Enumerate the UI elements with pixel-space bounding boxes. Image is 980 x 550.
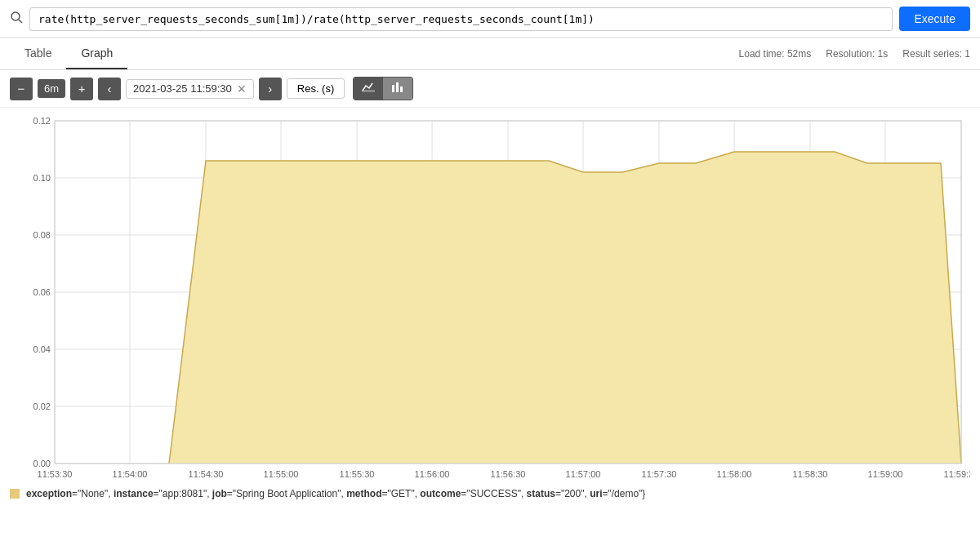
svg-text:0.00: 0.00 (33, 459, 51, 468)
svg-rect-4 (396, 82, 399, 92)
svg-text:11:57:00: 11:57:00 (566, 469, 601, 479)
chart-svg: 0.12 0.10 0.08 0.06 0.04 0.02 0.00 11:53… (10, 113, 970, 480)
resolution-button[interactable]: Res. (s) (287, 78, 345, 99)
svg-text:0.12: 0.12 (33, 116, 51, 126)
svg-text:11:58:30: 11:58:30 (793, 469, 828, 479)
tab-table[interactable]: Table (10, 38, 66, 69)
prev-time-button[interactable]: ‹ (98, 78, 121, 100)
svg-text:0.02: 0.02 (33, 401, 51, 411)
clear-datetime-button[interactable]: ✕ (237, 82, 247, 95)
legend-key-method: method (346, 488, 381, 499)
load-time: Load time: 52ms (739, 48, 812, 60)
legend-key-instance: instance (114, 488, 154, 499)
tabs: Table Graph (10, 38, 127, 69)
execute-button[interactable]: Execute (899, 7, 970, 31)
chart-container: 0.12 0.10 0.08 0.06 0.04 0.02 0.00 11:53… (10, 113, 970, 480)
svg-text:11:54:00: 11:54:00 (113, 469, 148, 479)
svg-text:0.08: 0.08 (33, 230, 51, 240)
legend-key-exception: exception (26, 488, 72, 499)
datetime-value: 2021-03-25 11:59:30 (133, 82, 232, 95)
query-input[interactable] (29, 7, 893, 31)
svg-text:11:58:00: 11:58:00 (717, 469, 752, 479)
svg-text:0.06: 0.06 (33, 287, 51, 297)
svg-text:11:56:00: 11:56:00 (415, 469, 450, 479)
legend-text: exception="None", instance="app:8081", j… (26, 488, 645, 499)
chart-type-wrap (353, 77, 413, 100)
svg-text:11:57:30: 11:57:30 (642, 469, 677, 479)
svg-line-1 (19, 20, 22, 23)
result-series: Result series: 1 (902, 48, 970, 60)
svg-text:11:59:00: 11:59:00 (868, 469, 903, 479)
datetime-wrap: 2021-03-25 11:59:30 ✕ (126, 79, 254, 99)
tabs-bar: Table Graph Load time: 52ms Resolution: … (0, 38, 980, 70)
legend-key-status: status (527, 488, 555, 499)
svg-rect-5 (400, 86, 403, 92)
query-bar: Execute (0, 0, 980, 38)
svg-rect-2 (362, 90, 375, 92)
svg-text:11:53:30: 11:53:30 (38, 469, 73, 479)
svg-text:11:55:30: 11:55:30 (340, 469, 375, 479)
svg-rect-3 (392, 85, 394, 92)
duration-label: 6m (38, 79, 65, 98)
svg-text:11:59:30: 11:59:30 (944, 469, 970, 479)
line-chart-button[interactable] (354, 78, 383, 100)
meta-info: Load time: 52ms Resolution: 1s Result se… (739, 48, 970, 60)
legend-key-outcome: outcome (420, 488, 461, 499)
svg-text:0.04: 0.04 (33, 344, 51, 354)
graph-area: 0.12 0.10 0.08 0.06 0.04 0.02 0.00 11:53… (0, 113, 980, 480)
legend-key-job: job (212, 488, 227, 499)
svg-text:11:55:00: 11:55:00 (264, 469, 299, 479)
legend-key-uri: uri (590, 488, 602, 499)
svg-text:11:56:30: 11:56:30 (491, 469, 526, 479)
duration-plus-button[interactable]: + (70, 78, 93, 100)
controls-bar: − 6m + ‹ 2021-03-25 11:59:30 ✕ › Res. (s… (0, 70, 980, 108)
legend-area: exception="None", instance="app:8081", j… (0, 480, 980, 508)
duration-minus-button[interactable]: − (10, 78, 33, 100)
legend-color-swatch (10, 489, 20, 499)
bar-chart-button[interactable] (383, 78, 412, 100)
svg-text:11:54:30: 11:54:30 (189, 469, 224, 479)
tab-graph[interactable]: Graph (66, 38, 127, 69)
next-time-button[interactable]: › (259, 78, 282, 100)
resolution: Resolution: 1s (826, 48, 888, 60)
svg-point-0 (11, 12, 20, 20)
search-icon (10, 11, 23, 27)
svg-text:0.10: 0.10 (33, 173, 51, 183)
